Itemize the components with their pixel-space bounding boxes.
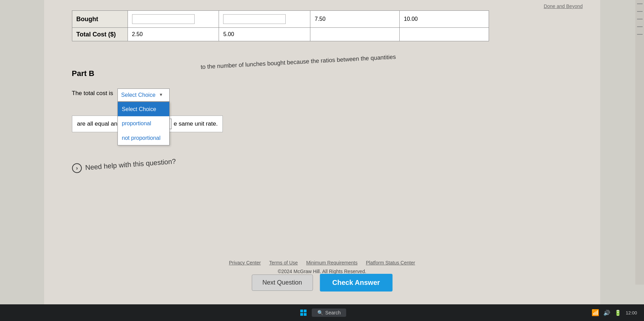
first-dropdown-label: Select Choice	[121, 91, 156, 100]
bought-label: Bought	[72, 11, 128, 28]
windows-logo-icon	[300, 310, 307, 316]
sidebar-line-4	[637, 26, 643, 27]
dropdown-option-proportional[interactable]: proportional	[118, 116, 169, 131]
volume-icon: 🔊	[603, 310, 610, 316]
cost-table: Bought 7.50 10.00 Total Cost ($)	[72, 10, 489, 41]
part-b-section: Part B to the number of lunches bought b…	[72, 69, 572, 132]
first-dropdown-menu: Select Choice proportional not proportio…	[117, 102, 170, 146]
need-help-text: Need help with this question?	[85, 157, 176, 171]
cost-col1-value: 2.50	[132, 31, 143, 37]
search-icon: 🔍	[317, 310, 323, 315]
platform-status-link[interactable]: Platform Status Center	[366, 260, 415, 265]
bottom-action-bar: Next Question Check Answer	[252, 274, 392, 292]
sidebar-line-5	[637, 34, 643, 35]
dropdown-option-select-choice[interactable]: Select Choice	[118, 102, 169, 117]
taskbar: 🔍 Search 📶 🔊 🔋 12:00	[0, 304, 644, 321]
total-cost-row: Total Cost ($) 2.50 5.00	[72, 28, 489, 41]
total-cost-label: Total Cost ($)	[72, 28, 128, 41]
network-icon: 📶	[592, 309, 599, 316]
terms-of-use-link[interactable]: Terms of Use	[269, 260, 297, 265]
sentence-middle-text: to the number of lunches bought because …	[200, 53, 396, 70]
taskbar-search-text: Search	[325, 310, 341, 315]
sidebar-line-3	[637, 19, 643, 19]
total-cost-col2: 5.00	[219, 28, 310, 41]
main-content: Bought 7.50 10.00 Total Cost ($)	[44, 0, 600, 305]
right-sidebar	[635, 0, 644, 285]
need-help-section[interactable]: › Need help with this question?	[72, 156, 176, 173]
done-and-beyond-text: Done and Beyond	[544, 3, 582, 9]
check-answer-button[interactable]: Check Answer	[320, 274, 392, 292]
bought-col1-input[interactable]	[132, 14, 195, 24]
sentence-second-prefix: are all equal an	[77, 120, 117, 127]
taskbar-time: 12:00	[626, 310, 637, 315]
dropdown-arrow-icon: ▼	[159, 92, 163, 98]
next-question-button[interactable]: Next Question	[252, 274, 313, 291]
total-cost-label-text: Total Cost ($)	[76, 31, 116, 38]
rotated-description: to the number of lunches bought because …	[200, 53, 396, 70]
cost-col2-value: 5.00	[223, 31, 234, 37]
need-help-circle-icon: ›	[72, 163, 82, 173]
bought-row: Bought 7.50 10.00	[72, 11, 489, 28]
battery-icon: 🔋	[614, 310, 621, 316]
first-dropdown-trigger[interactable]: Select Choice ▼	[117, 88, 170, 102]
taskbar-right-area: 📶 🔊 🔋 12:00	[592, 309, 637, 316]
total-cost-col3	[310, 28, 400, 41]
part-b-first-line: The total cost is Select Choice ▼ Select…	[72, 88, 572, 102]
copyright-text: ©2024 McGraw Hill. All Rights Reserved.	[278, 269, 366, 274]
bought-col2[interactable]	[219, 11, 310, 28]
total-cost-col1: 2.50	[128, 28, 219, 41]
windows-start-button[interactable]	[298, 307, 309, 318]
privacy-center-link[interactable]: Privacy Center	[229, 260, 261, 265]
done-and-beyond-link[interactable]: Done and Beyond	[544, 3, 582, 9]
dropdown-option-not-proportional[interactable]: not proportional	[118, 131, 169, 145]
minimum-requirements-link[interactable]: Minimum Requirements	[306, 260, 358, 265]
first-dropdown-wrapper[interactable]: Select Choice ▼ Select Choice proportion…	[117, 88, 170, 102]
sentence-prefix: The total cost is	[72, 88, 113, 98]
sidebar-line-1	[637, 3, 643, 4]
footer-links: Privacy Center Terms of Use Minimum Requ…	[229, 260, 415, 265]
table-section: Bought 7.50 10.00 Total Cost ($)	[72, 10, 572, 41]
bought-col3-value: 7.50	[315, 16, 325, 22]
bought-col4: 10.00	[399, 11, 489, 28]
bought-col3: 7.50	[310, 11, 400, 28]
total-cost-col4	[399, 28, 489, 41]
bought-col4-value: 10.00	[404, 16, 418, 22]
taskbar-search-bar[interactable]: 🔍 Search	[312, 309, 346, 317]
copyright: ©2024 McGraw Hill. All Rights Reserved.	[278, 269, 366, 274]
sentence-second-suffix: e same unit rate.	[174, 120, 218, 127]
bought-col1[interactable]	[128, 11, 219, 28]
part-b-title: Part B	[72, 69, 572, 78]
bought-col2-input[interactable]	[223, 14, 286, 24]
sidebar-line-2	[637, 11, 643, 12]
